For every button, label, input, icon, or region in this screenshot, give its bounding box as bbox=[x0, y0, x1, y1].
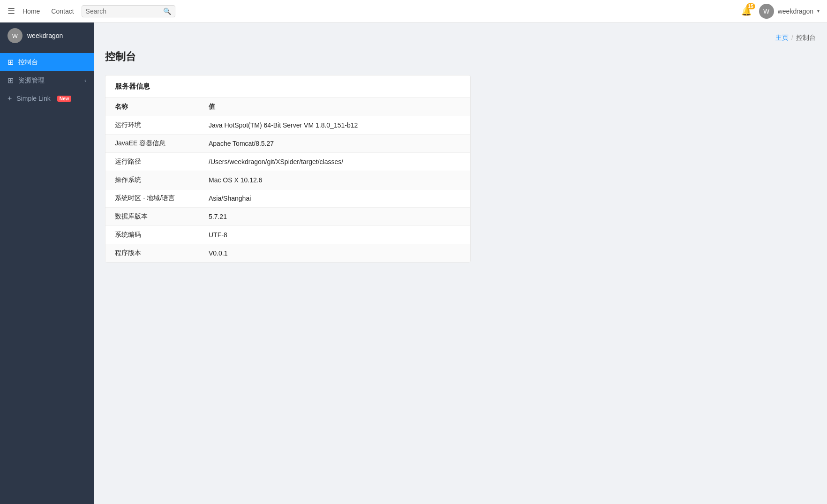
avatar: W bbox=[759, 4, 774, 19]
server-info-table: 名称 值 运行环境Java HotSpot(TM) 64-Bit Server … bbox=[105, 98, 470, 262]
row-label: 运行路径 bbox=[105, 153, 199, 171]
row-value: V0.0.1 bbox=[199, 244, 470, 263]
row-label: 系统编码 bbox=[105, 226, 199, 244]
breadcrumb-home[interactable]: 主页 bbox=[775, 34, 789, 42]
sidebar-item-resource[interactable]: ⊞ 资源管理 ‹ bbox=[0, 71, 94, 90]
row-value: Apache Tomcat/8.5.27 bbox=[199, 135, 470, 153]
table-row: 程序版本V0.0.1 bbox=[105, 244, 470, 263]
table-row: 运行环境Java HotSpot(TM) 64-Bit Server VM 1.… bbox=[105, 116, 470, 135]
table-row: 操作系统Mac OS X 10.12.6 bbox=[105, 171, 470, 189]
row-value: Mac OS X 10.12.6 bbox=[199, 171, 470, 189]
sidebar-brand: W weekdragon bbox=[0, 23, 94, 49]
hamburger-icon[interactable]: ☰ bbox=[8, 6, 15, 16]
chevron-left-icon: ‹ bbox=[84, 77, 86, 84]
nav-links: Home Contact bbox=[23, 8, 74, 15]
user-info[interactable]: W weekdragon ▾ bbox=[759, 4, 819, 19]
sidebar-item-label-dashboard: 控制台 bbox=[18, 58, 38, 67]
table-row: 系统编码UTF-8 bbox=[105, 226, 470, 244]
nav-home[interactable]: Home bbox=[23, 8, 40, 15]
breadcrumb-current: 控制台 bbox=[796, 34, 816, 42]
brand-avatar: W bbox=[8, 28, 23, 43]
row-value: UTF-8 bbox=[199, 226, 470, 244]
row-value: /Users/weekdragon/git/XSpider/target/cla… bbox=[199, 153, 470, 171]
search-container: 🔍 bbox=[82, 5, 175, 17]
table-row: 运行路径/Users/weekdragon/git/XSpider/target… bbox=[105, 153, 470, 171]
sidebar-item-label-simple-link: Simple Link bbox=[16, 95, 50, 102]
notification-bell[interactable]: 🔔 15 bbox=[741, 6, 752, 16]
row-value: 5.7.21 bbox=[199, 208, 470, 226]
chevron-down-icon: ▾ bbox=[817, 8, 819, 14]
page-title: 控制台 bbox=[105, 50, 816, 64]
resource-icon: ⊞ bbox=[8, 76, 14, 85]
search-input[interactable] bbox=[86, 8, 161, 15]
sidebar-item-simple-link[interactable]: + Simple Link New bbox=[0, 90, 94, 107]
sidebar-item-label-resource: 资源管理 bbox=[18, 76, 45, 85]
table-row: JavaEE 容器信息Apache Tomcat/8.5.27 bbox=[105, 135, 470, 153]
brand-name: weekdragon bbox=[27, 32, 63, 39]
table-row: 系统时区 - 地域/语言Asia/Shanghai bbox=[105, 189, 470, 208]
row-label: 操作系统 bbox=[105, 171, 199, 189]
notification-badge: 15 bbox=[746, 3, 755, 9]
sidebar-item-dashboard[interactable]: ⊞ 控制台 bbox=[0, 53, 94, 71]
row-label: 运行环境 bbox=[105, 116, 199, 135]
server-info-card: 服务器信息 名称 值 运行环境Java HotSpot(TM) 64-Bit S… bbox=[105, 75, 471, 263]
top-navbar: ☰ Home Contact 🔍 🔔 15 W weekdragon ▾ bbox=[0, 0, 827, 23]
new-badge: New bbox=[57, 96, 72, 102]
breadcrumb-separator: / bbox=[791, 34, 793, 42]
search-icon[interactable]: 🔍 bbox=[163, 8, 171, 15]
row-label: 程序版本 bbox=[105, 244, 199, 263]
layout: W weekdragon ⊞ 控制台 ⊞ 资源管理 ‹ + Simple Lin… bbox=[0, 23, 827, 504]
main-content: 主页 / 控制台 控制台 服务器信息 名称 值 运行环境Java HotSpot… bbox=[94, 23, 827, 504]
sidebar: W weekdragon ⊞ 控制台 ⊞ 资源管理 ‹ + Simple Lin… bbox=[0, 23, 94, 504]
row-label: 系统时区 - 地域/语言 bbox=[105, 189, 199, 208]
row-value: Asia/Shanghai bbox=[199, 189, 470, 208]
col-header-name: 名称 bbox=[105, 98, 199, 116]
table-row: 数据库版本5.7.21 bbox=[105, 208, 470, 226]
row-label: JavaEE 容器信息 bbox=[105, 135, 199, 153]
row-label: 数据库版本 bbox=[105, 208, 199, 226]
breadcrumb: 主页 / 控制台 bbox=[105, 34, 816, 42]
username-label: weekdragon bbox=[778, 8, 813, 15]
card-header: 服务器信息 bbox=[105, 75, 470, 98]
row-value: Java HotSpot(TM) 64-Bit Server VM 1.8.0_… bbox=[199, 116, 470, 135]
dashboard-icon: ⊞ bbox=[8, 58, 14, 67]
navbar-right: 🔔 15 W weekdragon ▾ bbox=[741, 4, 819, 19]
col-header-value: 值 bbox=[199, 98, 470, 116]
simple-link-icon: + bbox=[8, 94, 12, 103]
nav-contact[interactable]: Contact bbox=[51, 8, 74, 15]
sidebar-menu: ⊞ 控制台 ⊞ 资源管理 ‹ + Simple Link New bbox=[0, 49, 94, 111]
